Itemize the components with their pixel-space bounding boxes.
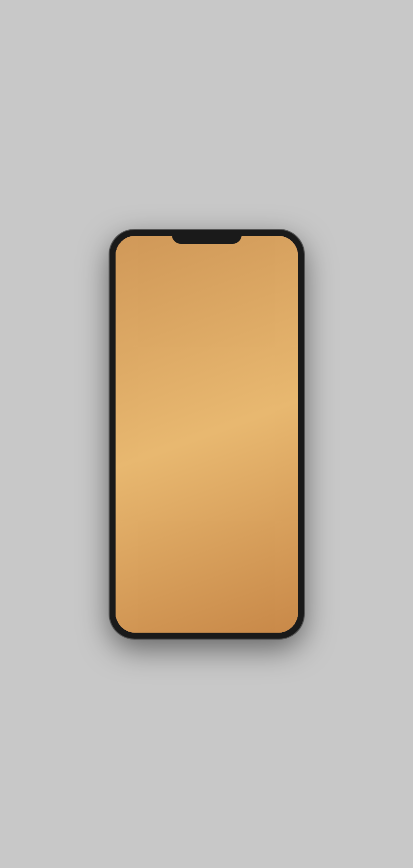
scroll-content[interactable]: AnaclèMilano 180 posts 524 followers xyxy=(116,285,298,599)
grid-item-9[interactable] xyxy=(238,577,298,599)
photo-grid xyxy=(116,455,298,599)
phone-frame: 8:30 ← anaclemilano ⋮ xyxy=(110,230,304,639)
notch xyxy=(172,230,242,244)
phone-screen: 8:30 ← anaclemilano ⋮ xyxy=(116,236,298,633)
